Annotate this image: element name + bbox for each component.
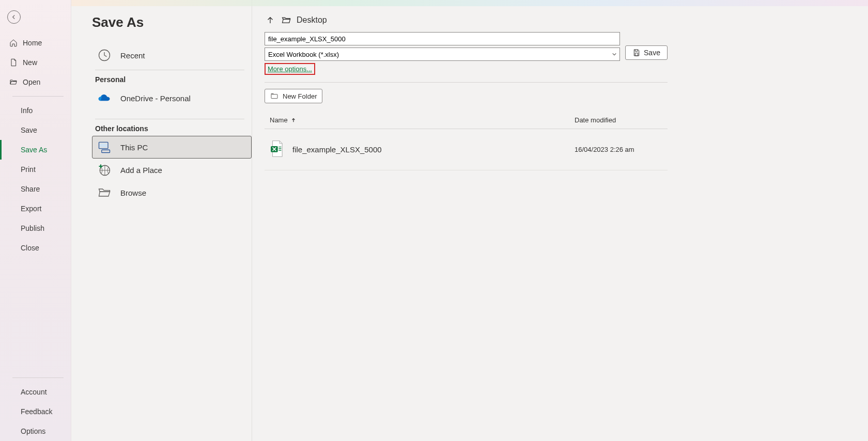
nav-save-as[interactable]: Save As [0,140,71,160]
svg-rect-3 [100,144,107,147]
backstage-sidebar: Home New Open Info Save Save As Print [0,0,71,441]
nav-close-label: Close [21,244,39,252]
location-recent-label: Recent [120,51,145,60]
arrow-left-icon [10,13,18,21]
nav-info[interactable]: Info [0,101,71,120]
location-add-place[interactable]: Add a Place [92,159,252,181]
column-header-name[interactable]: Name [265,116,575,124]
new-folder-icon [270,92,278,100]
filetype-select[interactable] [265,48,620,61]
new-file-icon [9,58,18,67]
sort-asc-icon [291,118,296,123]
nav-publish-label: Publish [21,224,44,232]
breadcrumb: Desktop [265,12,847,28]
nav-print[interactable]: Print [0,160,71,179]
nav-account-label: Account [21,388,47,396]
location-add-place-label: Add a Place [120,166,162,175]
nav-save[interactable]: Save [0,120,71,140]
onedrive-icon [97,90,112,106]
nav-new-label: New [23,58,37,67]
file-list-header: Name Date modified [265,112,668,129]
save-button-label: Save [644,49,660,57]
locations-separator [95,70,244,70]
nav-close[interactable]: Close [0,238,71,258]
location-onedrive-sub [116,106,252,115]
svg-rect-2 [102,150,110,152]
home-icon [9,39,18,47]
nav-share[interactable]: Share [0,179,71,199]
locations-panel: Save As Recent Personal OneDrive - Perso… [71,0,252,441]
nav-separator [12,96,64,97]
nav-open[interactable]: Open [0,72,71,92]
nav-save-label: Save [21,126,37,134]
more-options-link[interactable]: More options... [265,63,315,75]
nav-export-label: Export [21,204,41,213]
nav-export[interactable]: Export [0,199,71,218]
location-recent[interactable]: Recent [92,44,252,67]
nav-feedback-label: Feedback [21,407,52,416]
add-place-icon [97,162,112,178]
nav-print-label: Print [21,165,36,174]
location-this-pc-label: This PC [120,143,148,152]
locations-separator-2 [95,119,244,119]
nav-share-label: Share [21,185,40,193]
nav-open-label: Open [23,78,40,86]
locations-other-heading: Other locations [95,124,252,133]
nav-publish[interactable]: Publish [0,218,71,238]
arrow-up-icon [266,15,275,25]
clock-icon [97,48,112,63]
nav-new[interactable]: New [0,53,71,72]
location-this-pc[interactable]: This PC [92,136,252,159]
column-header-name-label: Name [270,116,288,124]
nav-info-label: Info [21,106,33,115]
browse-folder-icon [97,185,112,200]
nav-save-as-label: Save As [21,146,47,154]
column-header-date-label: Date modified [575,116,616,124]
file-date: 16/04/2023 2:26 am [575,146,668,153]
file-list: Name Date modified file_example_XLSX_500… [265,112,668,170]
breadcrumb-label[interactable]: Desktop [297,15,327,25]
save-icon [632,49,641,57]
file-row[interactable]: file_example_XLSX_5000 16/04/2023 2:26 a… [265,129,668,170]
folder-up-button[interactable] [265,14,276,26]
save-button[interactable]: Save [625,45,668,60]
this-pc-icon [97,139,112,155]
location-browse[interactable]: Browse [92,181,252,204]
column-header-date[interactable]: Date modified [575,116,668,124]
back-button[interactable] [7,10,21,24]
nav-feedback[interactable]: Feedback [0,402,71,421]
folder-icon [281,15,291,25]
file-name: file_example_XLSX_5000 [292,145,382,154]
nav-account[interactable]: Account [0,382,71,402]
svg-rect-5 [271,94,277,99]
nav-options-label: Options [21,427,45,435]
nav-home[interactable]: Home [0,33,71,53]
location-browse-label: Browse [120,188,146,197]
open-folder-icon [9,78,18,86]
excel-file-icon [270,140,284,159]
new-folder-button[interactable]: New Folder [265,89,322,103]
location-onedrive-label: OneDrive - Personal [120,94,191,103]
content-panel: Desktop More options... Save [252,0,868,441]
locations-personal-heading: Personal [95,75,252,84]
new-folder-label: New Folder [283,92,317,100]
nav-options[interactable]: Options [0,421,71,441]
nav-separator-bottom [12,377,64,378]
filename-input[interactable] [265,32,620,45]
nav-home-label: Home [23,39,42,47]
page-title: Save As [92,14,252,30]
